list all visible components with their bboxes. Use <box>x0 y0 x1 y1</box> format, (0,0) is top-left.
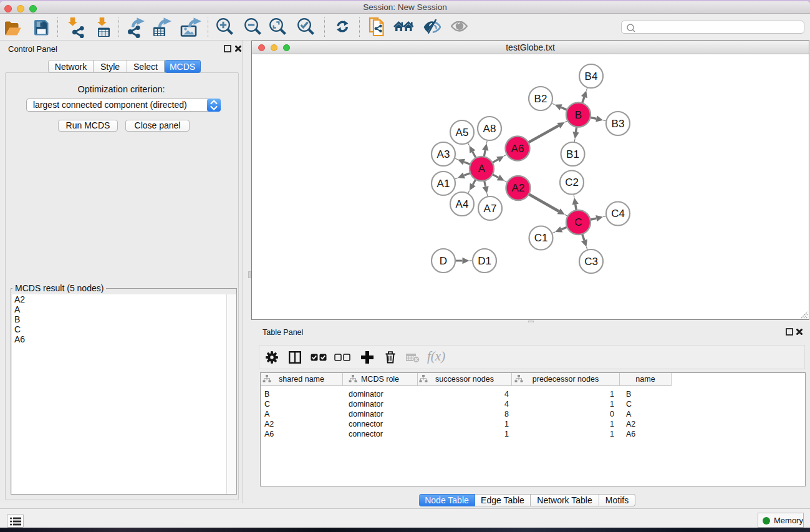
svg-text:A6: A6 <box>511 143 524 155</box>
svg-text:B4: B4 <box>585 70 598 82</box>
svg-text:A1: A1 <box>437 178 450 190</box>
svg-text:B1: B1 <box>566 148 579 160</box>
svg-text:C4: C4 <box>611 208 625 220</box>
svg-text:A4: A4 <box>456 198 469 210</box>
svg-text:C: C <box>574 216 582 228</box>
svg-text:D1: D1 <box>478 255 491 267</box>
svg-text:A: A <box>478 163 486 175</box>
svg-text:A7: A7 <box>484 203 497 215</box>
svg-text:A3: A3 <box>437 148 450 160</box>
svg-text:B2: B2 <box>534 93 547 105</box>
svg-text:C2: C2 <box>565 177 579 188</box>
svg-text:A5: A5 <box>456 127 469 138</box>
svg-text:B3: B3 <box>612 118 625 130</box>
svg-text:C3: C3 <box>584 256 598 268</box>
svg-text:B: B <box>575 109 582 121</box>
svg-text:C1: C1 <box>534 232 548 244</box>
svg-text:D: D <box>440 255 447 267</box>
svg-text:A2: A2 <box>512 182 525 194</box>
svg-text:f(x): f(x) <box>427 350 445 364</box>
svg-text:A8: A8 <box>483 123 496 135</box>
